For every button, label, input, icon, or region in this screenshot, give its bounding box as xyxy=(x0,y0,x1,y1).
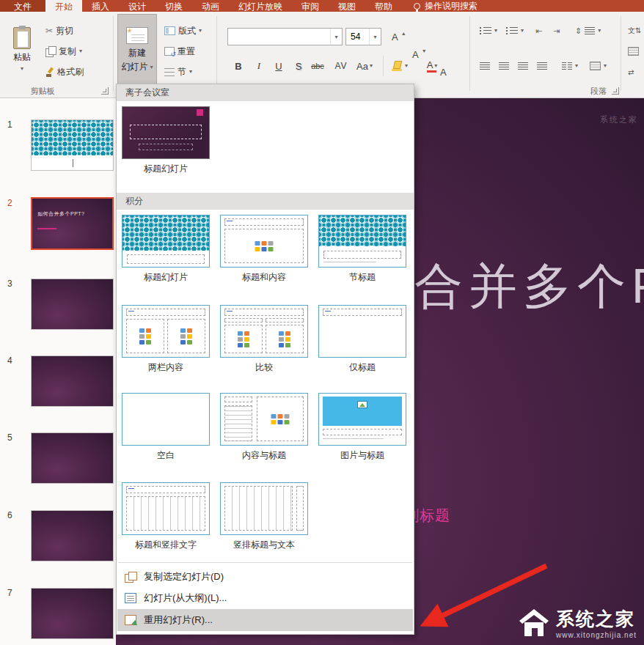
paste-button[interactable]: 粘贴 ▾ xyxy=(4,14,40,84)
tab-transitions[interactable]: 切换 xyxy=(155,0,192,12)
content-placeholder-box xyxy=(167,319,205,353)
tell-me-search[interactable]: 操作说明搜索 xyxy=(414,0,477,12)
duplicate-selected-slides-item[interactable]: 复制选定幻灯片(D) xyxy=(117,567,413,586)
slides-from-outline-item[interactable]: 幻灯片(从大纲)(L)... xyxy=(117,588,413,608)
subtitle-placeholder-box xyxy=(139,144,193,150)
layout-content-with-caption[interactable] xyxy=(220,393,308,446)
layout-comparison[interactable] xyxy=(220,305,308,358)
content-placeholder-box xyxy=(224,229,304,263)
text-direction-button[interactable]: 文⇅ xyxy=(625,22,644,40)
new-slide-button[interactable]: 新建 幻灯片 ▾ xyxy=(117,14,157,86)
smartart-convert-button[interactable]: ⇄ xyxy=(625,63,637,81)
layout-two-content[interactable] xyxy=(122,305,210,358)
numbering-button[interactable]: ▾ xyxy=(503,22,527,40)
watermark-brand: 系统之家 xyxy=(556,607,637,631)
bullets-button[interactable]: ▾ xyxy=(477,22,500,40)
layout-blank[interactable] xyxy=(122,393,210,446)
align-left-button[interactable] xyxy=(477,57,493,75)
copy-icon xyxy=(45,46,56,56)
slide-thumb-6[interactable] xyxy=(31,510,114,561)
tab-review[interactable]: 审阅 xyxy=(292,0,329,12)
cut-button[interactable]: ✂ 剪切 xyxy=(43,22,76,40)
format-painter-button[interactable]: 格式刷 xyxy=(43,63,87,81)
align-center-button[interactable] xyxy=(496,57,512,75)
watermark-text: 系统之家 www.xitongzhijia.net xyxy=(556,607,637,639)
font-name-combo[interactable]: ▾ xyxy=(227,28,343,45)
tab-view[interactable]: 视图 xyxy=(329,0,365,12)
align-right-button[interactable] xyxy=(515,57,531,75)
slide-number-7: 7 xyxy=(7,588,12,598)
line-spacing-button[interactable]: ⇕ ▾ xyxy=(572,22,604,40)
tab-slideshow[interactable]: 幻灯片放映 xyxy=(229,0,292,12)
justify-button[interactable] xyxy=(534,57,550,75)
copy-button[interactable]: 复制 ▾ xyxy=(43,43,85,60)
layout-label: 图片与标题 xyxy=(318,449,406,462)
slide-thumb-7[interactable] xyxy=(31,588,114,639)
layout-section-header[interactable] xyxy=(318,215,406,268)
layout-label: 比较 xyxy=(220,361,308,374)
copy-label: 复制 xyxy=(59,45,76,58)
align-text-vertical-icon xyxy=(628,47,639,56)
section-button[interactable]: 节 ▾ xyxy=(161,63,195,81)
chevron-down-icon: ▾ xyxy=(21,66,23,72)
layout-picture-with-caption[interactable] xyxy=(318,393,406,446)
font-size-input[interactable] xyxy=(346,32,369,42)
italic-button[interactable]: I xyxy=(249,57,268,75)
faint-watermark: 系统之家 xyxy=(600,114,638,125)
slide-thumb-5[interactable] xyxy=(31,432,114,484)
chevron-down-icon[interactable]: ▾ xyxy=(369,29,381,45)
layout-vertical-title-and-text[interactable] xyxy=(220,482,308,535)
slide-thumb-3[interactable] xyxy=(31,279,114,330)
justify-icon xyxy=(537,62,547,70)
slide-thumb-2-selected[interactable]: 如何合并多个PPT? xyxy=(31,197,114,250)
layout-title-and-content[interactable] xyxy=(220,215,308,268)
layout-title-slide[interactable] xyxy=(122,215,210,268)
layout-ion-title-slide[interactable] xyxy=(122,106,210,159)
tab-animations[interactable]: 动画 xyxy=(192,0,229,12)
slide-thumb-1[interactable] xyxy=(31,119,114,171)
content-icons-cluster xyxy=(139,328,151,344)
reset-button[interactable]: 重置 xyxy=(161,43,198,60)
magenta-square-accent xyxy=(197,109,203,116)
align-text-vertical-button[interactable] xyxy=(625,43,642,60)
chevron-down-icon: ▾ xyxy=(405,63,408,69)
bold-button[interactable]: B xyxy=(229,57,248,75)
columns-button[interactable]: ▾ xyxy=(559,57,581,75)
underline-button[interactable]: U xyxy=(269,57,288,75)
layout-button[interactable]: 版式 ▾ xyxy=(161,22,205,40)
chevron-down-icon[interactable]: ▾ xyxy=(330,29,342,45)
decrease-indent-button[interactable]: ⇤ xyxy=(533,22,545,40)
slide-thumb-4[interactable] xyxy=(31,355,114,407)
text-cursor-mark xyxy=(73,159,73,167)
character-spacing-button[interactable]: AV xyxy=(332,57,351,75)
teal-pattern xyxy=(32,120,113,155)
align-text-icon xyxy=(590,62,601,70)
tab-file[interactable]: 文件 xyxy=(0,0,45,12)
tab-help[interactable]: 帮助 xyxy=(365,0,402,12)
tab-insert[interactable]: 插入 xyxy=(82,0,119,12)
vertical-title-box xyxy=(296,486,304,531)
layout-title-only[interactable] xyxy=(318,305,406,358)
theme-section-header-integral: 积分 xyxy=(117,193,414,210)
text-highlight-button[interactable]: ▾ xyxy=(390,57,409,75)
strikethrough-button[interactable]: abc xyxy=(308,57,327,75)
align-text-button[interactable]: ▾ xyxy=(587,57,610,75)
clipboard-dialog-launcher[interactable] xyxy=(101,87,109,95)
content-placeholder-box xyxy=(257,397,304,441)
layout-title-and-vertical-text[interactable] xyxy=(122,482,210,535)
font-size-combo[interactable]: ▾ xyxy=(345,28,381,45)
chevron-down-icon: ▾ xyxy=(189,69,192,75)
font-color-icon: A xyxy=(427,60,433,73)
change-case-button[interactable]: Aa ▾ xyxy=(355,57,374,75)
text-shadow-button[interactable]: S xyxy=(289,57,308,75)
chevron-down-icon: ▾ xyxy=(79,48,82,54)
reuse-slides-item[interactable]: 重用幻灯片(R)... xyxy=(117,609,413,631)
font-color-button[interactable]: A ▾ xyxy=(422,57,442,75)
paragraph-dialog-launcher[interactable] xyxy=(612,87,619,95)
text-direction-icon: 文⇅ xyxy=(628,26,641,36)
tab-design[interactable]: 设计 xyxy=(119,0,155,12)
layout-label: 标题幻灯片 xyxy=(122,271,210,284)
increase-indent-button[interactable]: ⇥ xyxy=(550,22,563,40)
tab-home[interactable]: 开始 xyxy=(45,0,82,12)
font-name-input[interactable] xyxy=(228,32,330,42)
